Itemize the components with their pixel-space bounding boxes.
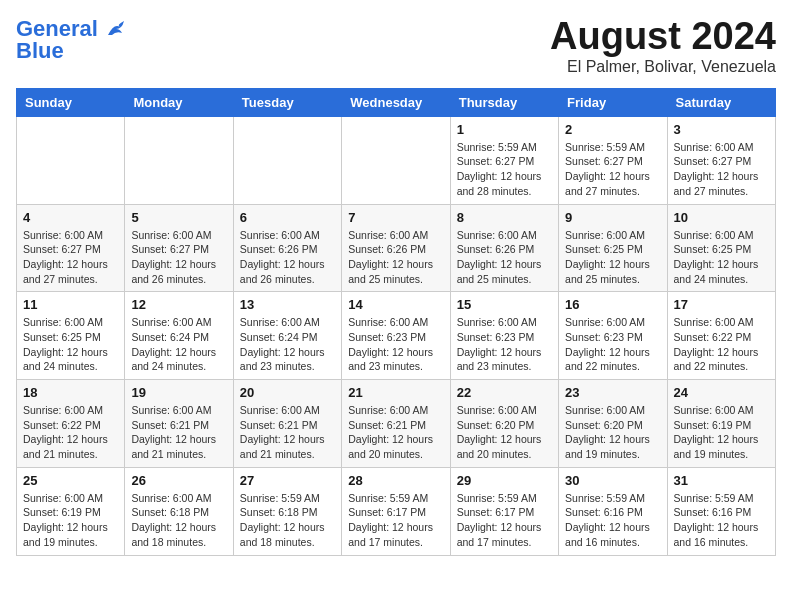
day-number: 21 (348, 385, 443, 400)
calendar-cell: 12Sunrise: 6:00 AMSunset: 6:24 PMDayligh… (125, 292, 233, 380)
calendar-cell: 22Sunrise: 6:00 AMSunset: 6:20 PMDayligh… (450, 380, 558, 468)
day-number: 14 (348, 297, 443, 312)
day-number: 17 (674, 297, 769, 312)
calendar-week-row: 1Sunrise: 5:59 AMSunset: 6:27 PMDaylight… (17, 116, 776, 204)
day-number: 1 (457, 122, 552, 137)
day-number: 6 (240, 210, 335, 225)
calendar-cell: 3Sunrise: 6:00 AMSunset: 6:27 PMDaylight… (667, 116, 775, 204)
calendar-cell: 18Sunrise: 6:00 AMSunset: 6:22 PMDayligh… (17, 380, 125, 468)
day-info: Sunrise: 6:00 AMSunset: 6:22 PMDaylight:… (674, 315, 769, 374)
header-monday: Monday (125, 88, 233, 116)
day-number: 23 (565, 385, 660, 400)
day-number: 7 (348, 210, 443, 225)
day-number: 13 (240, 297, 335, 312)
calendar-cell: 16Sunrise: 6:00 AMSunset: 6:23 PMDayligh… (559, 292, 667, 380)
calendar-cell: 2Sunrise: 5:59 AMSunset: 6:27 PMDaylight… (559, 116, 667, 204)
calendar-cell: 15Sunrise: 6:00 AMSunset: 6:23 PMDayligh… (450, 292, 558, 380)
calendar-cell: 27Sunrise: 5:59 AMSunset: 6:18 PMDayligh… (233, 467, 341, 555)
day-number: 25 (23, 473, 118, 488)
calendar-cell: 8Sunrise: 6:00 AMSunset: 6:26 PMDaylight… (450, 204, 558, 292)
day-number: 24 (674, 385, 769, 400)
day-info: Sunrise: 6:00 AMSunset: 6:27 PMDaylight:… (131, 228, 226, 287)
day-info: Sunrise: 5:59 AMSunset: 6:18 PMDaylight:… (240, 491, 335, 550)
day-info: Sunrise: 6:00 AMSunset: 6:21 PMDaylight:… (240, 403, 335, 462)
calendar-cell: 21Sunrise: 6:00 AMSunset: 6:21 PMDayligh… (342, 380, 450, 468)
day-number: 27 (240, 473, 335, 488)
calendar-cell: 13Sunrise: 6:00 AMSunset: 6:24 PMDayligh… (233, 292, 341, 380)
day-info: Sunrise: 6:00 AMSunset: 6:21 PMDaylight:… (348, 403, 443, 462)
day-info: Sunrise: 6:00 AMSunset: 6:24 PMDaylight:… (131, 315, 226, 374)
calendar-cell: 28Sunrise: 5:59 AMSunset: 6:17 PMDayligh… (342, 467, 450, 555)
day-info: Sunrise: 5:59 AMSunset: 6:17 PMDaylight:… (348, 491, 443, 550)
calendar-header-row: SundayMondayTuesdayWednesdayThursdayFrid… (17, 88, 776, 116)
calendar-cell: 4Sunrise: 6:00 AMSunset: 6:27 PMDaylight… (17, 204, 125, 292)
day-number: 11 (23, 297, 118, 312)
day-info: Sunrise: 6:00 AMSunset: 6:26 PMDaylight:… (348, 228, 443, 287)
bird-icon (106, 21, 128, 39)
day-number: 15 (457, 297, 552, 312)
calendar-cell: 29Sunrise: 5:59 AMSunset: 6:17 PMDayligh… (450, 467, 558, 555)
day-number: 8 (457, 210, 552, 225)
logo-blue: Blue (16, 38, 64, 64)
day-number: 19 (131, 385, 226, 400)
calendar-cell: 19Sunrise: 6:00 AMSunset: 6:21 PMDayligh… (125, 380, 233, 468)
day-info: Sunrise: 6:00 AMSunset: 6:19 PMDaylight:… (674, 403, 769, 462)
day-info: Sunrise: 6:00 AMSunset: 6:21 PMDaylight:… (131, 403, 226, 462)
day-number: 30 (565, 473, 660, 488)
day-info: Sunrise: 5:59 AMSunset: 6:16 PMDaylight:… (674, 491, 769, 550)
day-info: Sunrise: 6:00 AMSunset: 6:27 PMDaylight:… (23, 228, 118, 287)
location: El Palmer, Bolivar, Venezuela (550, 58, 776, 76)
day-info: Sunrise: 6:00 AMSunset: 6:19 PMDaylight:… (23, 491, 118, 550)
calendar-cell: 26Sunrise: 6:00 AMSunset: 6:18 PMDayligh… (125, 467, 233, 555)
day-number: 4 (23, 210, 118, 225)
calendar-cell (342, 116, 450, 204)
logo: General Blue (16, 16, 128, 64)
day-info: Sunrise: 6:00 AMSunset: 6:23 PMDaylight:… (565, 315, 660, 374)
day-number: 28 (348, 473, 443, 488)
calendar-week-row: 18Sunrise: 6:00 AMSunset: 6:22 PMDayligh… (17, 380, 776, 468)
day-number: 2 (565, 122, 660, 137)
day-number: 20 (240, 385, 335, 400)
calendar-cell: 10Sunrise: 6:00 AMSunset: 6:25 PMDayligh… (667, 204, 775, 292)
month-year: August 2024 (550, 16, 776, 58)
day-info: Sunrise: 5:59 AMSunset: 6:27 PMDaylight:… (457, 140, 552, 199)
day-info: Sunrise: 6:00 AMSunset: 6:20 PMDaylight:… (565, 403, 660, 462)
page-header: General Blue August 2024 El Palmer, Boli… (16, 16, 776, 76)
day-info: Sunrise: 6:00 AMSunset: 6:25 PMDaylight:… (23, 315, 118, 374)
day-info: Sunrise: 5:59 AMSunset: 6:27 PMDaylight:… (565, 140, 660, 199)
calendar-cell: 31Sunrise: 5:59 AMSunset: 6:16 PMDayligh… (667, 467, 775, 555)
day-info: Sunrise: 6:00 AMSunset: 6:27 PMDaylight:… (674, 140, 769, 199)
day-number: 22 (457, 385, 552, 400)
calendar-cell: 6Sunrise: 6:00 AMSunset: 6:26 PMDaylight… (233, 204, 341, 292)
day-info: Sunrise: 5:59 AMSunset: 6:17 PMDaylight:… (457, 491, 552, 550)
day-number: 29 (457, 473, 552, 488)
calendar-cell: 9Sunrise: 6:00 AMSunset: 6:25 PMDaylight… (559, 204, 667, 292)
calendar-week-row: 11Sunrise: 6:00 AMSunset: 6:25 PMDayligh… (17, 292, 776, 380)
day-number: 10 (674, 210, 769, 225)
header-sunday: Sunday (17, 88, 125, 116)
calendar-cell: 25Sunrise: 6:00 AMSunset: 6:19 PMDayligh… (17, 467, 125, 555)
calendar-cell: 14Sunrise: 6:00 AMSunset: 6:23 PMDayligh… (342, 292, 450, 380)
day-info: Sunrise: 6:00 AMSunset: 6:26 PMDaylight:… (457, 228, 552, 287)
calendar-cell: 5Sunrise: 6:00 AMSunset: 6:27 PMDaylight… (125, 204, 233, 292)
day-info: Sunrise: 6:00 AMSunset: 6:23 PMDaylight:… (457, 315, 552, 374)
day-number: 9 (565, 210, 660, 225)
day-info: Sunrise: 6:00 AMSunset: 6:24 PMDaylight:… (240, 315, 335, 374)
calendar-cell (125, 116, 233, 204)
day-info: Sunrise: 6:00 AMSunset: 6:26 PMDaylight:… (240, 228, 335, 287)
calendar-cell: 17Sunrise: 6:00 AMSunset: 6:22 PMDayligh… (667, 292, 775, 380)
day-number: 26 (131, 473, 226, 488)
calendar-cell: 30Sunrise: 5:59 AMSunset: 6:16 PMDayligh… (559, 467, 667, 555)
header-tuesday: Tuesday (233, 88, 341, 116)
calendar-cell: 24Sunrise: 6:00 AMSunset: 6:19 PMDayligh… (667, 380, 775, 468)
day-info: Sunrise: 6:00 AMSunset: 6:18 PMDaylight:… (131, 491, 226, 550)
day-info: Sunrise: 6:00 AMSunset: 6:22 PMDaylight:… (23, 403, 118, 462)
header-saturday: Saturday (667, 88, 775, 116)
calendar-cell: 23Sunrise: 6:00 AMSunset: 6:20 PMDayligh… (559, 380, 667, 468)
day-number: 12 (131, 297, 226, 312)
calendar-cell: 11Sunrise: 6:00 AMSunset: 6:25 PMDayligh… (17, 292, 125, 380)
header-thursday: Thursday (450, 88, 558, 116)
calendar-cell: 7Sunrise: 6:00 AMSunset: 6:26 PMDaylight… (342, 204, 450, 292)
day-info: Sunrise: 6:00 AMSunset: 6:23 PMDaylight:… (348, 315, 443, 374)
header-friday: Friday (559, 88, 667, 116)
